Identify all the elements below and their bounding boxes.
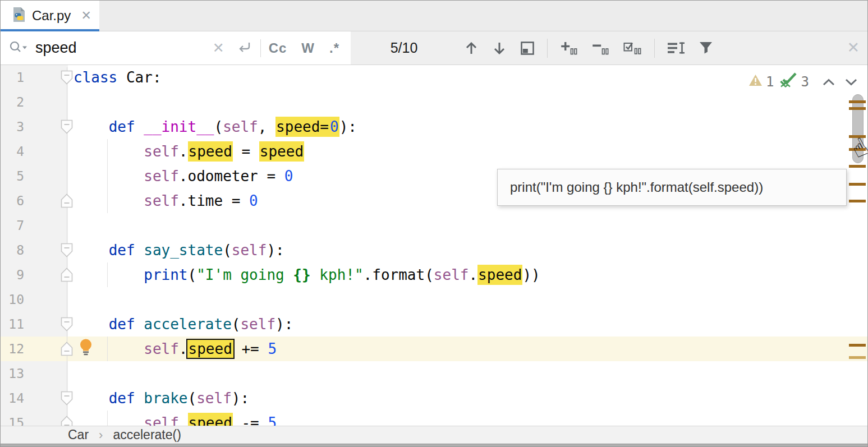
insert-newline-icon[interactable]	[237, 40, 252, 57]
open-in-find-window-button[interactable]	[520, 41, 535, 56]
ide-window: Car.py ✕ speed ✕	[0, 0, 868, 447]
find-bar-controls: 5/10	[351, 31, 867, 64]
divider	[260, 39, 261, 57]
close-find-bar-icon[interactable]: ✕	[847, 40, 860, 56]
divider	[547, 39, 548, 58]
line-number: 9	[1, 262, 24, 287]
fold-marker-start-line-3[interactable]	[61, 119, 73, 134]
inspections-ok-icon	[779, 72, 798, 91]
previous-occurrence-button[interactable]	[464, 40, 479, 56]
search-query-text: speed	[35, 39, 77, 57]
search-match-stripe-mark[interactable]	[849, 344, 866, 347]
filter-search-results-button[interactable]	[699, 41, 713, 55]
search-match-stripe-mark[interactable]	[849, 200, 866, 202]
fold-marker-end-line-6[interactable]	[61, 193, 73, 208]
add-selection-button[interactable]	[560, 40, 578, 56]
match-preview-tooltip: print("I'm going {} kph!".format(self.sp…	[497, 169, 847, 206]
next-occurrence-button[interactable]	[492, 40, 507, 56]
code-line-11[interactable]: 11 def accelerate(self):	[1, 312, 847, 337]
line-number: 12	[1, 337, 24, 361]
code-line-10[interactable]: 10	[1, 287, 847, 312]
select-all-occurrences-button[interactable]	[623, 40, 642, 56]
search-input[interactable]: speed ✕ Cc W .*	[1, 31, 351, 64]
code-line-12[interactable]: 12 self.speed += 5	[1, 337, 847, 361]
search-match-stripe-mark[interactable]	[849, 165, 866, 168]
tooltip-text: print("I'm going {} kph!".format(self.sp…	[510, 179, 763, 195]
clear-search-icon[interactable]: ✕	[213, 41, 224, 55]
ok-count: 3	[801, 74, 809, 90]
search-match-stripe-mark[interactable]	[849, 100, 866, 103]
line-number: 8	[1, 238, 24, 262]
search-match-stripe-mark[interactable]	[849, 107, 866, 110]
inspections-widget[interactable]: 1 3	[748, 72, 858, 91]
search-icon[interactable]	[8, 40, 29, 57]
line-number: 11	[1, 312, 24, 337]
breadcrumb-method[interactable]: accelerate()	[113, 427, 181, 443]
line-number: 15	[1, 411, 24, 426]
code-line-7[interactable]: 7	[1, 213, 847, 238]
line-number: 10	[1, 287, 24, 312]
breadcrumb-separator-icon: ›	[99, 428, 103, 443]
code-line-9[interactable]: 9 print("I'm going {} kph!".format(self.…	[1, 262, 847, 287]
tab-car-py[interactable]: Car.py ✕	[1, 1, 99, 31]
window-bottom-edge	[1, 444, 867, 447]
editor-tab-bar: Car.py ✕	[1, 1, 867, 31]
error-stripe-scrollbar[interactable]: ☝	[847, 65, 867, 426]
divider	[654, 39, 655, 58]
code-line-13[interactable]: 13	[1, 361, 847, 386]
line-number: 1	[1, 65, 24, 90]
tab-close-icon[interactable]: ✕	[81, 10, 91, 22]
line-number: 14	[1, 386, 24, 411]
find-bar: speed ✕ Cc W .* 5/10	[1, 31, 867, 65]
breadcrumb: Car › accelerate()	[1, 426, 867, 444]
code-line-1[interactable]: 1class Car:	[1, 65, 847, 90]
fold-marker-end-line-15[interactable]	[61, 416, 73, 426]
fold-marker-end-line-12[interactable]	[61, 342, 73, 356]
fold-marker-start-line-8[interactable]	[61, 243, 73, 257]
code-line-14[interactable]: 14 def brake(self):	[1, 386, 847, 411]
code-line-2[interactable]: 2	[1, 90, 847, 114]
intention-bulb-icon[interactable]	[78, 338, 94, 358]
search-match-stripe-mark[interactable]	[849, 183, 866, 186]
line-number: 13	[1, 361, 24, 386]
match-counter: 5/10	[351, 40, 457, 56]
fold-marker-end-line-9[interactable]	[61, 268, 73, 282]
active-tab-underline	[1, 29, 99, 31]
code-line-4[interactable]: 4 self.speed = speed	[1, 139, 847, 164]
code-line-3[interactable]: 3 def __init__(self, speed=0):	[1, 114, 847, 139]
tab-label: Car.py	[32, 8, 71, 24]
breadcrumb-class[interactable]: Car	[68, 427, 89, 443]
line-number: 4	[1, 139, 24, 164]
words-toggle[interactable]: W	[301, 40, 315, 56]
line-number: 5	[1, 164, 24, 188]
line-number: 2	[1, 90, 24, 114]
line-number: 6	[1, 188, 24, 213]
find-in-selection-button[interactable]	[667, 41, 685, 56]
search-match-stripe-mark[interactable]	[849, 356, 866, 359]
previous-problem-chevron-icon[interactable]	[821, 74, 836, 90]
code-editor[interactable]: 1class Car:23 def __init__(self, speed=0…	[1, 65, 867, 426]
fold-marker-start-line-14[interactable]	[61, 391, 73, 405]
code-line-8[interactable]: 8 def say_state(self):	[1, 238, 847, 262]
remove-selection-button[interactable]	[591, 40, 609, 56]
line-number: 3	[1, 114, 24, 139]
match-case-toggle[interactable]: Cc	[269, 40, 287, 56]
regex-toggle[interactable]: .*	[329, 40, 339, 56]
warning-icon	[748, 74, 763, 90]
line-number: 7	[1, 213, 24, 238]
fold-marker-start-line-11[interactable]	[61, 317, 73, 331]
code-line-15[interactable]: 15 self.speed -= 5	[1, 411, 847, 426]
python-file-icon	[12, 7, 26, 25]
warning-count: 1	[766, 74, 774, 90]
fold-marker-start-line-1[interactable]	[61, 70, 73, 85]
code-rows: 1class Car:23 def __init__(self, speed=0…	[1, 65, 847, 426]
